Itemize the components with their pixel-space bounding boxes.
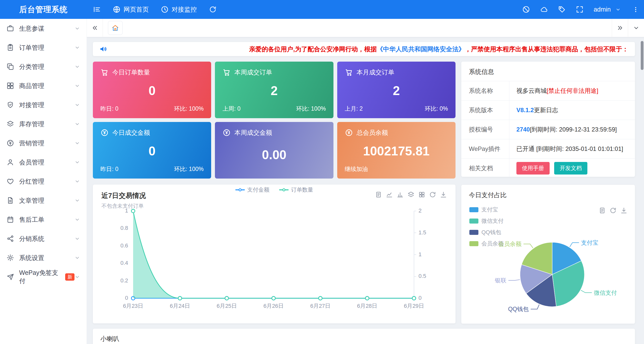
scrollbar-thumb[interactable] [641, 41, 643, 70]
chart-title: 近7日交易情况 [101, 191, 146, 200]
share-icon [7, 235, 14, 242]
tab-home[interactable] [108, 21, 123, 35]
data-view-icon[interactable] [375, 191, 382, 198]
download-icon[interactable] [440, 191, 447, 198]
sidebar-item-categories[interactable]: 分类管理 [0, 57, 87, 76]
user-icon [7, 158, 14, 166]
dashboard-content: 亲爱的各位用户,为了配合公安净网行动，根据《中华人民共和国网络安全法》，严禁使用… [87, 37, 644, 344]
briefcase-icon [7, 25, 14, 32]
svg-text:会员余额: 会员余额 [498, 241, 521, 247]
legend-pay-amount[interactable]: 支付金额 [235, 186, 270, 194]
bar-chart-icon[interactable] [397, 191, 404, 198]
sidebar-item-orders[interactable]: 订单管理 [0, 38, 87, 57]
username: admin [594, 6, 611, 13]
sidebar-item-integration[interactable]: 对接管理 [0, 95, 87, 114]
stat-card-week-amount: 本周成交金额 0.00 [215, 122, 333, 179]
user-menu[interactable]: admin [589, 0, 627, 19]
sidebar-item-members[interactable]: 会员管理 [0, 153, 87, 172]
sidebar-item-wepay[interactable]: WePay免签支付 新 [0, 267, 87, 286]
clear-cache-button[interactable] [517, 0, 535, 19]
dev-docs-button[interactable]: 开发文档 [554, 162, 587, 175]
fullscreen-icon [576, 6, 584, 13]
svg-text:QQ钱包: QQ钱包 [508, 306, 529, 312]
sidebar-item-articles[interactable]: 文章管理 [0, 191, 87, 210]
sidebar-toggle-button[interactable] [87, 0, 107, 19]
more-vertical-icon [632, 6, 639, 13]
sidebar-item-marketing[interactable]: 营销管理 [0, 134, 87, 153]
scrollbar-track[interactable] [640, 19, 644, 344]
app-title: 后台管理系统 [0, 4, 87, 15]
main-area: 亲爱的各位用户,为了配合公安净网行动，根据《中华人民共和国网络安全法》，严禁使用… [87, 19, 644, 344]
yen-circle-icon [345, 128, 353, 137]
sidebar-item-aftersale-workorders[interactable]: 售后工单 [0, 210, 87, 229]
system-info-row: WePay插件 已开通 [到期时间: 2035-01-01 01:01:01] [461, 139, 635, 158]
sidebar-item-distribution[interactable]: 分销系统 [0, 229, 87, 248]
layers-icon [7, 120, 14, 128]
stat-card-today-orders: 今日订单数量 0 昨日: 0环比: 100% [93, 62, 211, 118]
chart-toolbox [375, 191, 447, 198]
stat-value: 0 [100, 76, 204, 105]
download-icon[interactable] [620, 207, 627, 214]
chevron-down-icon [74, 198, 80, 203]
stat-value: 0.00 [222, 137, 326, 173]
announcement-list-panel: 小喇叭 [93, 329, 635, 344]
transactions-chart-panel: 近7日交易情况 不包含未支付订单 [93, 185, 456, 323]
chevron-down-icon [74, 217, 80, 222]
version-link[interactable]: V8.1.2 [516, 107, 534, 114]
calendar-icon [7, 216, 14, 223]
legend-order-count[interactable]: 订单数量 [279, 186, 313, 194]
cart-icon [222, 68, 231, 76]
license-number-link[interactable]: 2740 [516, 126, 530, 133]
sidebar-item-inventory[interactable]: 库存管理 [0, 114, 87, 134]
chevron-down-icon [74, 274, 80, 280]
double-chevron-left-icon [91, 24, 98, 31]
double-chevron-right-icon [617, 24, 624, 31]
chevron-down-icon [74, 179, 80, 184]
update-check-button[interactable] [535, 0, 553, 19]
user-manual-button[interactable]: 使用手册 [516, 162, 550, 175]
data-view-icon[interactable] [599, 207, 606, 214]
sidebar-item-business[interactable]: 生意参谋 [0, 19, 87, 38]
home-icon [111, 24, 119, 32]
file-icon [7, 197, 14, 204]
chevron-down-icon [74, 121, 80, 127]
system-info-row: 系统名称 视多云商城 [禁止任何非法用途] [461, 81, 635, 100]
legend-alipay[interactable]: 支付宝 [469, 206, 504, 213]
svg-text:微信支付: 微信支付 [594, 289, 617, 296]
sidebar-item-settings[interactable]: 系统设置 [0, 248, 87, 267]
legend-marker [279, 188, 289, 192]
chevron-down-icon [633, 24, 640, 31]
sidebar-item-dividend[interactable]: 分红管理 [0, 172, 87, 191]
nav-site-home[interactable]: 网页首页 [107, 0, 155, 19]
legend-marker [235, 188, 245, 192]
tabs-scroll-left-button[interactable] [87, 19, 103, 37]
refresh-page-button[interactable] [203, 0, 223, 19]
yen-circle-icon [222, 128, 231, 137]
line-plot: 00.20.40.60.8100.511.526月23日6月24日6月25日6月… [133, 211, 414, 298]
announcement-text: 亲爱的各位用户,为了配合公安净网行动，根据《中华人民共和国网络安全法》，严禁使用… [112, 45, 628, 53]
chart-legend: 支付金额 订单数量 [235, 186, 313, 194]
sidebar-item-products[interactable]: 商品管理 [0, 76, 87, 95]
nav-monitor[interactable]: 对接监控 [155, 0, 203, 19]
fullscreen-button[interactable] [571, 0, 589, 19]
stat-cards: 今日订单数量 0 昨日: 0环比: 100% 本周成交订单 2 上周: 0环比:… [93, 62, 456, 179]
tiled-icon[interactable] [418, 191, 425, 198]
stack-icon[interactable] [407, 191, 414, 198]
stat-card-total-balance: 总会员余额 1002175.81 继续加油 [337, 122, 456, 179]
version-tag-button[interactable] [553, 0, 571, 19]
bottom-panel-title: 小喇叭 [100, 335, 627, 343]
legend-swatch [469, 207, 478, 212]
paper-plane-icon [7, 273, 14, 281]
chevron-down-icon [74, 159, 80, 165]
heart-icon [7, 178, 14, 185]
tabs-scroll-right-button[interactable] [612, 19, 628, 37]
gear-icon [7, 254, 14, 262]
chevron-down-icon [74, 140, 80, 146]
chevron-down-icon [74, 64, 80, 69]
yen-circle-icon [100, 128, 109, 137]
speaker-icon [99, 45, 107, 53]
more-menu-button[interactable] [627, 0, 644, 19]
restore-icon[interactable] [429, 191, 436, 198]
line-chart-icon[interactable] [386, 191, 393, 198]
restore-icon[interactable] [610, 207, 617, 214]
